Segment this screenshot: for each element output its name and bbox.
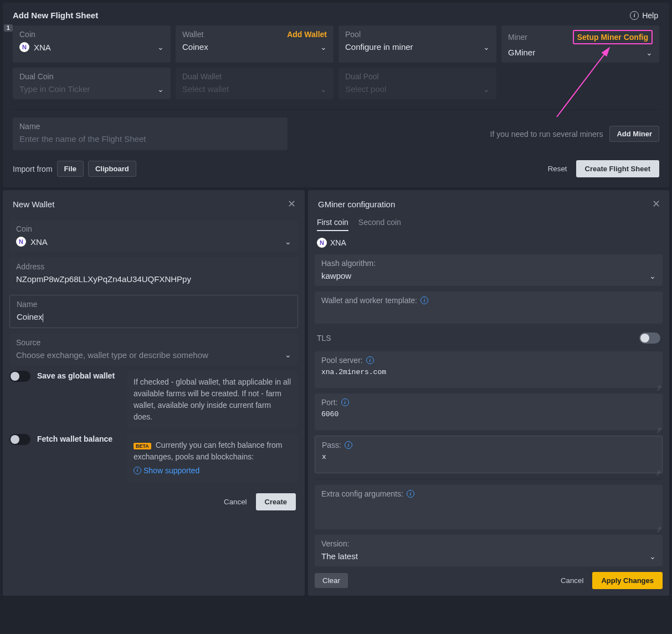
resize-handle-icon[interactable]: [655, 466, 661, 472]
tls-toggle[interactable]: [639, 333, 660, 344]
wallet-name-input[interactable]: Name Coinex: [9, 295, 298, 328]
miner-config-panel: GMiner configuration ✕ First coin Second…: [308, 190, 669, 596]
chevron-down-icon: ⌄: [646, 48, 653, 57]
miner-config-title: GMiner configuration: [318, 200, 395, 209]
reset-button[interactable]: Reset: [548, 165, 567, 173]
wallet-cancel-button[interactable]: Cancel: [224, 498, 247, 506]
tls-label: TLS: [317, 334, 331, 342]
fetch-balance-label: Fetch wallet balance: [37, 434, 120, 443]
coin-icon: N: [317, 238, 327, 248]
tab-second-coin[interactable]: Second coin: [358, 218, 401, 231]
dual-wallet-select: Dual Wallet Select wallet ⌄: [176, 68, 334, 99]
wallet-address-input[interactable]: Address NZopmP8wZp68LLXyPqZn4aU34UQFXNHP…: [9, 258, 298, 289]
pool-server-input[interactable]: Pool server: i xna.2miners.com: [315, 351, 663, 388]
close-icon[interactable]: ✕: [652, 198, 660, 210]
import-from-label: Import from: [13, 165, 53, 173]
chevron-down-icon: ⌄: [320, 85, 327, 94]
chevron-down-icon: ⌄: [483, 43, 490, 52]
chevron-down-icon: ⌄: [483, 85, 490, 94]
info-icon: i: [630, 11, 639, 20]
add-miner-hint: If you need to run several miners: [490, 130, 603, 139]
miner-cancel-button[interactable]: Cancel: [561, 576, 584, 585]
miner-coin-label: XNA: [330, 238, 346, 247]
pool-select[interactable]: Pool Configure in miner ⌄: [338, 25, 496, 63]
apply-changes-button[interactable]: Apply Changes: [592, 572, 663, 589]
clear-button[interactable]: Clear: [315, 573, 348, 588]
show-supported-link[interactable]: Show supported: [143, 465, 199, 477]
coin-select[interactable]: Coin N XNA ⌄: [13, 25, 171, 63]
info-icon[interactable]: i: [420, 296, 428, 304]
beta-badge: BETA: [134, 443, 151, 449]
info-icon[interactable]: i: [341, 398, 349, 406]
chevron-down-icon: ⌄: [320, 43, 327, 52]
tab-first-coin[interactable]: First coin: [317, 218, 348, 231]
info-icon[interactable]: i: [407, 490, 414, 498]
help-link[interactable]: i Help: [630, 11, 658, 20]
port-input[interactable]: Port: i 6060: [315, 393, 663, 430]
new-wallet-title: New Wallet: [13, 200, 54, 209]
chevron-down-icon: ⌄: [157, 43, 164, 52]
import-clipboard-button[interactable]: Clipboard: [88, 161, 136, 177]
chevron-down-icon: ⌄: [157, 85, 164, 94]
pass-input[interactable]: Pass: i x: [315, 436, 663, 473]
miner-index-chip: 1: [4, 24, 13, 32]
import-file-button[interactable]: File: [57, 161, 84, 177]
flight-sheet-panel: Add New Flight Sheet i Help 1 Coin N XNA…: [3, 3, 669, 187]
wallet-template-input[interactable]: Wallet and worker template: i: [315, 292, 663, 324]
wallet-coin-select[interactable]: Coin N XNA ⌄: [9, 220, 298, 252]
wallet-create-button[interactable]: Create: [256, 493, 296, 510]
save-global-label: Save as global wallet: [37, 371, 120, 380]
resize-handle-icon[interactable]: [656, 423, 661, 429]
coin-icon: N: [16, 237, 26, 247]
chevron-down-icon: ⌄: [285, 350, 291, 359]
coin-icon: N: [19, 42, 29, 52]
add-miner-button[interactable]: Add Miner: [609, 126, 659, 142]
wallet-source-select[interactable]: Source Choose exchange, wallet type or d…: [9, 334, 298, 365]
chevron-down-icon: ⌄: [649, 552, 656, 561]
version-select[interactable]: Version: The latest ⌄: [315, 535, 663, 566]
chevron-down-icon: ⌄: [285, 237, 291, 246]
flight-sheet-name-input[interactable]: Name Enter the name of the Flight Sheet: [13, 117, 288, 150]
setup-miner-config-link[interactable]: Setup Miner Config: [573, 30, 653, 44]
new-wallet-panel: New Wallet ✕ Coin N XNA ⌄ Address NZopmP…: [3, 190, 305, 596]
page-title: Add New Flight Sheet: [13, 11, 98, 20]
add-wallet-link[interactable]: Add Wallet: [287, 30, 327, 39]
chevron-down-icon: ⌄: [649, 272, 656, 280]
miner-select[interactable]: Miner Setup Miner Config GMiner ⌄: [501, 25, 659, 63]
save-global-desc: If checked - global wallet, that applica…: [127, 371, 298, 428]
close-icon[interactable]: ✕: [288, 198, 296, 210]
dual-coin-select[interactable]: Dual Coin Type in Coin Ticker ⌄: [13, 68, 171, 99]
fetch-balance-desc: BETA Currently you can fetch balance fro…: [127, 434, 298, 482]
dual-pool-select: Dual Pool Select pool ⌄: [338, 68, 496, 99]
create-flight-sheet-button[interactable]: Create Flight Sheet: [576, 160, 659, 177]
resize-handle-icon[interactable]: [656, 381, 661, 387]
info-icon[interactable]: i: [345, 441, 352, 449]
save-global-toggle[interactable]: [9, 371, 30, 382]
fetch-balance-toggle[interactable]: [9, 434, 30, 445]
hash-algorithm-select[interactable]: Hash algorithm: kawpow ⌄: [315, 254, 663, 286]
resize-handle-icon[interactable]: [656, 523, 661, 528]
wallet-select[interactable]: Wallet Add Wallet Coinex ⌄: [176, 25, 334, 63]
extra-args-input[interactable]: Extra config arguments: i: [315, 485, 663, 529]
info-icon: i: [134, 467, 141, 474]
info-icon[interactable]: i: [366, 356, 374, 364]
